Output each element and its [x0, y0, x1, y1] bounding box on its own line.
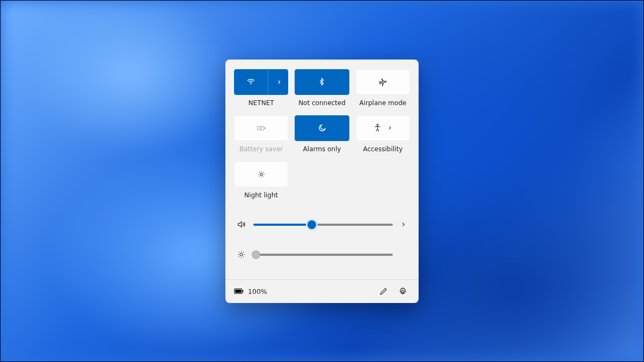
chevron-right-icon	[276, 79, 282, 85]
battery-saver-tile	[234, 115, 288, 141]
settings-button[interactable]	[395, 284, 410, 299]
wifi-label: NETNET	[248, 99, 274, 107]
airplane-label: Airplane mode	[360, 99, 407, 107]
speaker-icon	[236, 220, 246, 229]
battery-saver-icon	[256, 123, 267, 134]
bluetooth-tile[interactable]	[295, 69, 349, 95]
focus-assist-tile[interactable]	[295, 115, 349, 141]
moon-icon	[318, 124, 326, 132]
brightness-slider[interactable]	[253, 254, 393, 256]
volume-slider[interactable]	[253, 224, 393, 226]
accessibility-tile[interactable]	[356, 115, 410, 141]
gear-icon	[398, 287, 407, 296]
wifi-expand[interactable]	[268, 70, 288, 94]
svg-point-0	[251, 84, 251, 85]
wifi-icon	[246, 77, 255, 86]
battery-icon	[234, 288, 244, 294]
wifi-tile[interactable]	[234, 69, 288, 95]
night-light-label: Night light	[244, 191, 278, 199]
brightness-icon	[236, 250, 246, 259]
quick-settings-panel: NETNET Not connected A	[225, 60, 419, 303]
sun-icon	[257, 170, 266, 179]
quick-settings-tiles: NETNET Not connected A	[225, 60, 419, 206]
svg-point-4	[260, 173, 262, 175]
chevron-right-icon	[387, 125, 392, 130]
battery-percentage: 100%	[248, 287, 267, 295]
edit-quick-settings-button[interactable]	[376, 284, 391, 299]
accessibility-icon	[373, 123, 382, 132]
wifi-toggle[interactable]	[235, 70, 268, 94]
volume-expand[interactable]	[400, 221, 408, 227]
volume-row	[236, 210, 408, 240]
svg-point-9	[401, 290, 404, 292]
bluetooth-icon	[318, 78, 326, 86]
svg-point-5	[240, 253, 243, 256]
svg-rect-8	[243, 290, 244, 293]
quick-settings-footer: 100%	[225, 279, 419, 303]
volume-thumb[interactable]	[308, 220, 316, 229]
svg-rect-7	[235, 290, 241, 293]
svg-rect-1	[257, 126, 264, 130]
airplane-icon	[378, 77, 387, 86]
brightness-row	[236, 240, 408, 270]
svg-rect-2	[264, 127, 265, 129]
night-light-tile[interactable]	[234, 161, 288, 187]
battery-saver-label: Battery saver	[239, 145, 283, 153]
svg-point-3	[377, 124, 378, 125]
focus-assist-label: Alarms only	[303, 145, 341, 153]
pencil-icon	[379, 287, 388, 296]
sliders-section	[225, 206, 419, 279]
accessibility-label: Accessibility	[363, 145, 402, 153]
brightness-thumb[interactable]	[252, 250, 260, 259]
bluetooth-label: Not connected	[298, 99, 346, 107]
airplane-tile[interactable]	[356, 69, 410, 95]
